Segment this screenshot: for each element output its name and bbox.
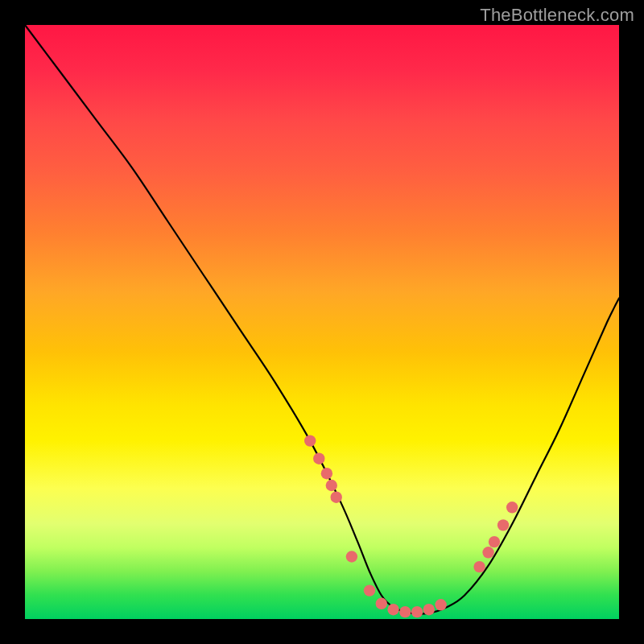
chart-stage: TheBottleneck.com [0, 0, 644, 644]
marker-dot [376, 598, 387, 609]
marker-dot [387, 604, 398, 615]
marker-dot [304, 435, 316, 446]
marker-dot [506, 502, 518, 513]
chart-curve [25, 25, 619, 614]
chart-markers [304, 435, 518, 617]
marker-dot [346, 551, 357, 562]
marker-dot [489, 536, 500, 547]
marker-dot [399, 606, 411, 617]
marker-dot [435, 599, 446, 610]
marker-dot [321, 468, 332, 479]
marker-dot [326, 480, 337, 491]
marker-dot [411, 606, 423, 617]
marker-dot [473, 561, 485, 572]
marker-dot [364, 584, 375, 596]
marker-dot [423, 604, 435, 615]
watermark-text: TheBottleneck.com [480, 5, 634, 26]
marker-dot [497, 519, 509, 530]
marker-dot [331, 492, 342, 503]
marker-dot [313, 453, 324, 464]
chart-overlay [25, 25, 619, 619]
marker-dot [482, 547, 493, 558]
